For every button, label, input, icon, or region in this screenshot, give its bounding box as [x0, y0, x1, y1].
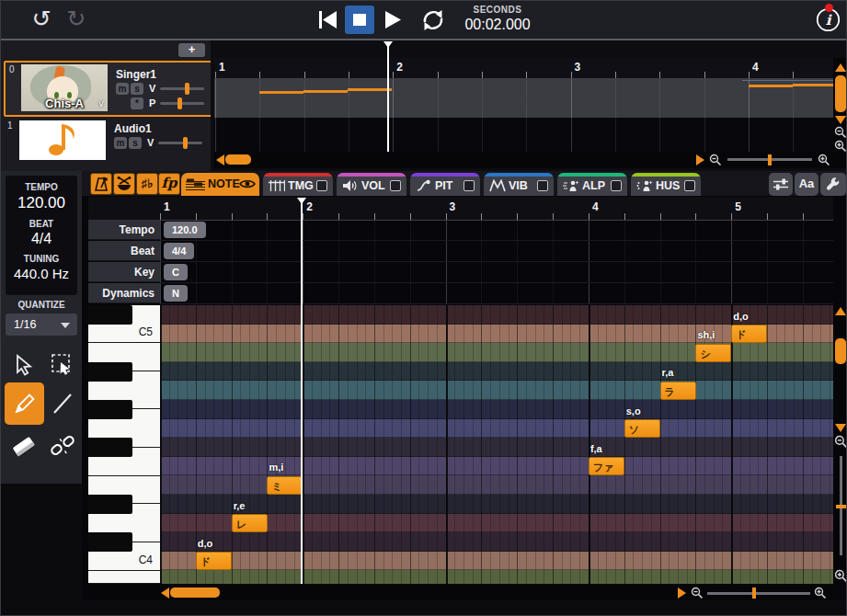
- scroll-down-icon[interactable]: [835, 116, 846, 124]
- metronome-button[interactable]: [90, 173, 112, 195]
- redo-icon[interactable]: ↻: [62, 6, 91, 33]
- arrangement-playhead[interactable]: [387, 41, 389, 152]
- hscroll-thumb[interactable]: [225, 154, 251, 165]
- skip-to-start-button[interactable]: [316, 10, 338, 29]
- black-key-as4[interactable]: [88, 362, 132, 382]
- mixer-button[interactable]: [769, 173, 793, 196]
- dynamics-button[interactable]: fp: [158, 173, 180, 195]
- tab-checkbox[interactable]: [390, 180, 401, 191]
- note-e4[interactable]: ミ: [267, 476, 303, 495]
- lyric-mode-button[interactable]: Aa: [795, 173, 818, 196]
- zoom-slider-handle[interactable]: [752, 587, 756, 599]
- zoom-out-icon[interactable]: [709, 154, 722, 166]
- tempo-event-badge[interactable]: 120.0: [164, 222, 206, 238]
- hscroll-thumb[interactable]: [170, 587, 220, 598]
- param-row-key[interactable]: Key: [88, 262, 160, 282]
- zoom-out-icon[interactable]: [834, 435, 847, 449]
- select-tool-button[interactable]: [6, 348, 41, 385]
- note-c4[interactable]: ド: [196, 552, 232, 570]
- volume-slider[interactable]: [158, 142, 202, 144]
- tab-alp[interactable]: ALP: [557, 173, 627, 196]
- black-key-fs4[interactable]: [88, 438, 132, 457]
- tab-vib[interactable]: VIB: [484, 173, 554, 196]
- zoom-in-icon[interactable]: [818, 154, 830, 166]
- song-info-card[interactable]: TEMPO 120.00 BEAT 4/4 TUNING 440.0 Hz: [6, 176, 77, 295]
- zoom-out-icon[interactable]: [834, 126, 847, 139]
- note-b4[interactable]: シ: [695, 344, 731, 362]
- tab-checkbox[interactable]: [537, 180, 548, 191]
- key-event-badge[interactable]: C: [164, 264, 188, 280]
- param-row-beat[interactable]: Beat: [88, 241, 160, 261]
- note-c5[interactable]: ド: [731, 325, 767, 343]
- note-g4[interactable]: ソ: [624, 419, 660, 438]
- solo-button[interactable]: s: [129, 137, 142, 149]
- black-key-gs4[interactable]: [88, 400, 132, 419]
- tab-tmg[interactable]: TMG: [263, 173, 333, 196]
- pan-slider[interactable]: [160, 102, 204, 105]
- tab-checkbox[interactable]: [464, 180, 475, 191]
- vscroll-thumb[interactable]: [835, 338, 846, 364]
- scroll-right-icon[interactable]: [678, 587, 686, 599]
- volume-slider-thumb[interactable]: [183, 137, 188, 149]
- black-key-cs4[interactable]: [88, 532, 132, 552]
- param-row-tempo[interactable]: Tempo: [88, 220, 160, 240]
- timpani-button[interactable]: [113, 173, 135, 195]
- piano-roll-grid[interactable]: ドd,oレr,eミm,iファf,aソs,oラr,aシsh,iドd,o: [160, 305, 833, 584]
- time-display[interactable]: 00:02.000: [438, 17, 557, 33]
- stop-button[interactable]: [345, 6, 374, 34]
- zoom-slider-handle[interactable]: [768, 154, 772, 165]
- audio-clip-tile[interactable]: [19, 120, 106, 160]
- track-row-singer[interactable]: 0 Chis-A ∨ Singer1 m s V * P: [4, 61, 213, 117]
- undo-icon[interactable]: ↺: [27, 6, 56, 33]
- white-key-b3[interactable]: [88, 571, 160, 584]
- zoom-slider[interactable]: [707, 592, 810, 595]
- scroll-down-icon[interactable]: [835, 424, 846, 432]
- track-row-audio[interactable]: 1 Audio1 m s V: [4, 119, 210, 161]
- zoom-slider-handle[interactable]: [836, 505, 846, 508]
- marquee-select-tool-button[interactable]: [45, 348, 80, 385]
- scroll-left-icon[interactable]: [216, 154, 224, 165]
- mute-button[interactable]: m: [116, 83, 129, 95]
- tab-checkbox[interactable]: [316, 180, 327, 191]
- scroll-left-icon[interactable]: [161, 587, 169, 599]
- beat-event-badge[interactable]: 4/4: [164, 243, 194, 259]
- black-key-cs5[interactable]: [88, 305, 132, 325]
- voice-selector[interactable]: Chis-A ∨: [21, 64, 108, 111]
- dynamics-event-badge[interactable]: N: [164, 285, 188, 302]
- star-button[interactable]: *: [131, 97, 143, 109]
- editor-playhead[interactable]: [301, 198, 303, 584]
- eraser-tool-button[interactable]: [6, 428, 41, 465]
- note-a4[interactable]: ラ: [660, 382, 696, 400]
- solo-button[interactable]: s: [131, 83, 143, 95]
- playhead-marker[interactable]: [297, 198, 306, 204]
- vscroll-thumb[interactable]: [835, 75, 846, 112]
- tab-checkbox[interactable]: [684, 180, 695, 191]
- pan-slider-thumb[interactable]: [177, 97, 182, 109]
- tab-note[interactable]: NOTE: [181, 173, 259, 196]
- mute-button[interactable]: m: [114, 137, 127, 149]
- zoom-in-icon[interactable]: [834, 140, 847, 153]
- tab-checkbox[interactable]: [611, 180, 622, 191]
- zoom-in-icon[interactable]: [834, 569, 847, 583]
- scroll-up-icon[interactable]: [835, 307, 846, 315]
- add-track-button[interactable]: +: [178, 43, 205, 57]
- param-row-dynamics[interactable]: Dynamics: [88, 283, 160, 303]
- playhead-marker[interactable]: [383, 41, 393, 48]
- unlink-tool-button[interactable]: [45, 428, 80, 465]
- pencil-tool-button[interactable]: [5, 382, 44, 425]
- scroll-right-icon[interactable]: [696, 154, 704, 165]
- quantize-dropdown[interactable]: 1/16: [6, 314, 77, 336]
- tab-hus[interactable]: HUS: [631, 173, 701, 196]
- play-button[interactable]: [383, 10, 403, 29]
- accidentals-button[interactable]: ♯♭: [136, 173, 158, 195]
- eye-icon[interactable]: [239, 178, 256, 189]
- param-grid[interactable]: [160, 220, 833, 304]
- black-key-ds4[interactable]: [88, 495, 132, 514]
- zoom-out-icon[interactable]: [691, 587, 704, 599]
- tab-vol[interactable]: VOL: [337, 173, 406, 196]
- scroll-up-icon[interactable]: [835, 63, 846, 72]
- note-d4[interactable]: レ: [232, 514, 268, 532]
- zoom-in-icon[interactable]: [814, 587, 827, 599]
- volume-slider[interactable]: [160, 87, 204, 90]
- note-f4[interactable]: ファ: [589, 457, 624, 475]
